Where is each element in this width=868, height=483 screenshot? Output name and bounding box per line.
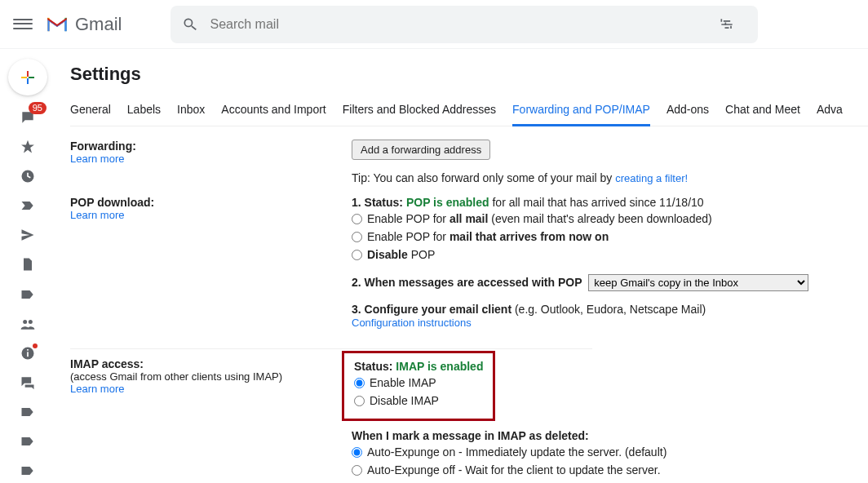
imap-expunge-off[interactable]: Auto-Expunge off - Wait for the client t… [352,462,868,478]
pop-option-disable[interactable]: Disable POP [352,246,868,263]
sidebar-label4-item[interactable] [15,459,41,483]
tab-accounts[interactable]: Accounts and Import [221,96,326,126]
svg-rect-9 [27,349,29,351]
imap-label: IMAP access: [70,357,352,370]
sidebar-snoozed-item[interactable] [15,164,41,188]
sidebar-label2-item[interactable] [15,400,41,424]
pop-radio-disable[interactable] [352,250,362,260]
imap-status-value: IMAP is enabled [396,360,483,373]
label-icon [20,286,36,303]
pop-section: POP download: Learn more 1. Status: POP … [70,196,868,340]
settings-content: Settings General Labels Inbox Accounts a… [55,49,868,483]
pop-option-nowon[interactable]: Enable POP for mail that arrives from no… [352,228,868,245]
add-forwarding-button[interactable]: Add a forwarding address [352,140,490,160]
svg-point-5 [23,320,27,324]
tag3-icon [20,463,36,479]
pop-status-value: POP is enabled [406,196,489,209]
sidebar-info-item[interactable] [15,341,41,366]
pop-label: POP download: [70,196,352,209]
gmail-icon [46,16,69,33]
people-icon [20,316,36,332]
tab-filters[interactable]: Filters and Blocked Addresses [343,96,496,126]
compose-button[interactable] [8,59,47,95]
search-input[interactable] [210,17,719,32]
clock-icon [20,168,36,184]
imap-section: IMAP access: (access Gmail from other cl… [70,357,868,483]
main-menu-button[interactable] [13,15,33,34]
star-icon [20,139,36,155]
tab-chat-meet[interactable]: Chat and Meet [725,96,800,126]
tab-forwarding-pop-imap[interactable]: Forwarding and POP/IMAP [512,96,650,126]
forwarding-label: Forwarding: [70,140,352,153]
svg-point-6 [29,320,33,324]
sidebar-drafts-item[interactable] [15,252,41,277]
imap-expunge-on[interactable]: Auto-Expunge on - Immediately update the… [352,444,868,460]
sidebar-chat2-item[interactable] [15,370,41,395]
forwarding-learn-more-link[interactable]: Learn more [70,153,124,165]
pop-heading-3: 3. Configure your email client [352,303,512,316]
sidebar-contacts-item[interactable] [15,312,41,336]
page-title: Settings [70,64,868,85]
document-icon [20,256,36,273]
sidebar-categories-item[interactable] [15,281,41,306]
tab-labels[interactable]: Labels [127,96,161,126]
pop-accessed-select[interactable]: keep Gmail's copy in the Inbox [588,274,808,291]
imap-hint: (access Gmail from other clients using I… [70,370,352,383]
sidebar-chat-item[interactable]: 95 [15,105,41,130]
sidebar-sent-item[interactable] [15,223,41,247]
sidebar: 95 [0,49,55,483]
app-header: Gmail [0,0,868,49]
send-icon [20,227,36,243]
pop-status-suffix: for all mail that has arrived since 11/1… [489,196,704,209]
gmail-logo[interactable]: Gmail [46,14,122,35]
sidebar-important-item[interactable] [15,193,41,218]
imap-highlight: Status: IMAP is enabled Enable IMAP Disa… [342,351,495,421]
imap-radio-enable[interactable] [354,378,365,388]
svg-rect-2 [27,78,29,84]
imap-deleted-heading: When I mark a message in IMAP as deleted… [352,429,868,442]
forwarding-filter-link[interactable]: creating a filter! [615,172,688,184]
tag2-icon [20,433,36,450]
search-bar[interactable] [170,6,758,43]
notification-dot [33,343,38,348]
pop-config-link[interactable]: Configuration instructions [352,317,472,329]
pop-learn-more-link[interactable]: Learn more [70,209,124,221]
pop-radio-allmail[interactable] [352,214,362,224]
imap-status-prefix: Status: [354,360,396,373]
pop-radio-nowon[interactable] [352,232,362,242]
imap-option-disable[interactable]: Disable IMAP [354,392,483,409]
sidebar-label3-item[interactable] [15,429,41,454]
svg-rect-0 [27,71,29,77]
imap-option-enable[interactable]: Enable IMAP [354,374,483,391]
inbox-badge: 95 [29,102,46,114]
imap-radio-expunge-off[interactable] [352,465,362,476]
chats-icon [20,374,36,391]
tab-addons[interactable]: Add-ons [666,96,709,126]
svg-rect-8 [27,352,29,357]
forwarding-tip-text: Tip: You can also forward only some of y… [352,171,615,184]
tag-icon [20,404,36,420]
tab-advanced[interactable]: Adva [817,96,843,126]
imap-radio-expunge-on[interactable] [352,447,362,458]
plus-icon [18,68,38,87]
imap-radio-disable[interactable] [354,396,365,406]
search-icon [182,16,198,33]
forwarding-section: Forwarding: Learn more Add a forwarding … [70,140,868,196]
svg-rect-3 [21,77,27,78]
pop-heading-2: 2. When messages are accessed with POP [352,276,582,289]
pop-heading-3-suffix: (e.g. Outlook, Eudora, Netscape Mail) [512,303,706,316]
section-divider [70,348,592,349]
app-name-label: Gmail [75,14,122,35]
tab-general[interactable]: General [70,96,111,126]
settings-tabs: General Labels Inbox Accounts and Import… [70,96,868,126]
sidebar-starred-item[interactable] [15,135,41,159]
pop-option-allmail[interactable]: Enable POP for all mail (even mail that'… [352,210,868,227]
search-filters-icon[interactable] [719,16,735,33]
important-icon [20,197,36,214]
tab-inbox[interactable]: Inbox [177,96,205,126]
imap-learn-more-link[interactable]: Learn more [70,383,124,395]
svg-rect-1 [29,77,34,78]
pop-status-prefix: 1. Status: [352,196,406,209]
